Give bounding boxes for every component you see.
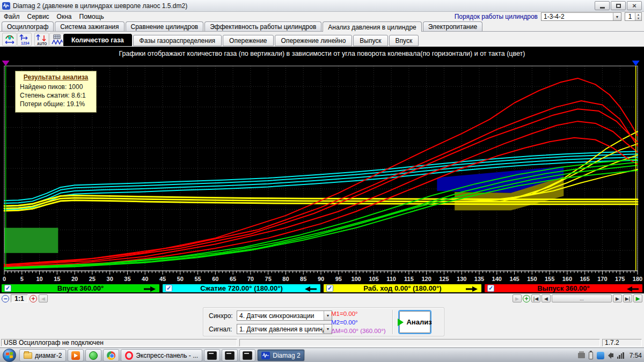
battery-icon[interactable]: [589, 352, 593, 359]
subtab-5[interactable]: Впуск: [389, 35, 419, 46]
tab-1[interactable]: Система зажигания: [55, 21, 124, 31]
go-last-button[interactable]: ▶|: [623, 294, 632, 302]
zoom-in-button[interactable]: +: [30, 295, 37, 302]
stroke-checkbox-3[interactable]: ✓: [487, 285, 494, 292]
cylinder-spinner[interactable]: 1 ▲▼: [625, 12, 642, 21]
go-next-button[interactable]: ▶: [613, 294, 622, 302]
menu-item-0[interactable]: Файл: [0, 12, 24, 21]
firing-order-select[interactable]: 1-3-4-2 ▼: [541, 12, 621, 21]
marker-delta-value: ΔM=0.00° (360.00°): [331, 328, 386, 334]
tab-0[interactable]: Осциллограф: [2, 21, 54, 31]
subtab-2[interactable]: Опережение: [223, 35, 273, 46]
status-bar: USB Осциллограф не подключен 1.7.2: [0, 338, 644, 348]
taskbar-task-dark-5[interactable]: [204, 349, 220, 361]
results-line-2: Потери общие: 19.1%: [20, 100, 92, 108]
tab-5[interactable]: Электропитание: [423, 21, 482, 31]
task-label: Diamag 2: [273, 352, 300, 359]
pages-button[interactable]: ...: [552, 294, 612, 302]
x-tick-label: 80: [282, 276, 289, 282]
dark-icon: [225, 351, 235, 360]
x-tick-label: 135: [474, 276, 484, 282]
stroke-label-0: Впуск 360.00°: [57, 284, 104, 292]
stroke-button-0[interactable]: ✓Впуск 360.00°: [1, 283, 160, 293]
network-signal-icon[interactable]: [617, 352, 624, 359]
fit-waveform-icon[interactable]: [2, 33, 17, 46]
analyze-button[interactable]: Анализ: [398, 310, 431, 334]
restore-button[interactable]: [611, 1, 626, 10]
x-tick-label: 65: [230, 276, 236, 282]
auto-markers-icon[interactable]: AUTO: [34, 33, 49, 46]
svg-text:1234: 1234: [21, 41, 30, 45]
signal-groupbox: Синхро: Сигнал: 4. Датчик синхронизации …: [203, 307, 444, 336]
menu-bar: ФайлСервисОкнаПомощь Порядок работы цили…: [0, 12, 644, 21]
stroke-checkbox-0[interactable]: ✓: [4, 285, 11, 292]
scrollbar-row: − 1:1 + ◀ ▶+|◀◀...▶▶|▶: [0, 293, 644, 303]
x-tick-label: 155: [545, 276, 554, 282]
peaks-table-icon[interactable]: [49, 33, 64, 46]
minimize-button[interactable]: [595, 1, 610, 10]
subtab-0[interactable]: Количество газа: [63, 34, 132, 46]
status-spacer: [239, 339, 600, 346]
chevron-down-icon: ▼: [324, 324, 332, 334]
x-tick-label: 85: [300, 276, 306, 282]
x-tick-label: 90: [318, 276, 324, 282]
play-icon: [398, 319, 404, 326]
speaker-icon[interactable]: [608, 352, 613, 359]
results-line-1: Степень сжатия: 8.6:1: [20, 91, 92, 100]
stroke-button-2[interactable]: ✓Раб. ход 0.00° (180.00°): [323, 283, 482, 293]
taskbar-task-dark-6[interactable]: [222, 349, 238, 361]
close-button[interactable]: ×: [627, 1, 642, 10]
folder-icon: [24, 352, 32, 359]
x-tick-label: 35: [124, 276, 130, 282]
taskbar-task-diamag-2[interactable]: Diamag 2: [257, 349, 304, 361]
x-tick-label: 5: [20, 276, 24, 282]
taskbar-task-green-2[interactable]: [85, 349, 101, 361]
zoom-reset-button[interactable]: +: [523, 295, 530, 302]
windows-flag-icon: [6, 352, 13, 358]
x-tick-label: 130: [457, 276, 466, 282]
x-tick-label: 40: [142, 276, 148, 282]
taskbar-task-экспресс-панель-[interactable]: Экспресс-панель - ...: [121, 349, 202, 361]
taskbar-task-media-1[interactable]: [68, 349, 84, 361]
stroke-button-1[interactable]: ✓Сжатие 720.00° (180.00°): [162, 283, 321, 293]
arrow-left-icon: [626, 286, 639, 294]
signal-label: Сигнал:: [209, 326, 232, 333]
tab-4[interactable]: Анализ давления в цилиндре: [323, 21, 421, 32]
taskbar-task-chrome-3[interactable]: [103, 349, 119, 361]
taskbar-task-диамаг-2[interactable]: диамаг-2: [19, 349, 66, 361]
stroke-checkbox-1[interactable]: ✓: [165, 285, 172, 292]
stroke-button-3[interactable]: ✓Выпуск 360.00°: [484, 283, 643, 293]
sync-select[interactable]: 4. Датчик синхронизации ▼: [237, 311, 332, 321]
x-tick-label: 175: [615, 276, 625, 282]
start-button[interactable]: [3, 349, 16, 362]
stroke-checkbox-2[interactable]: ✓: [326, 285, 333, 292]
go-first-button[interactable]: |◀: [531, 294, 540, 302]
chart-area[interactable]: 0510152025303540455055606570758085909510…: [0, 60, 644, 283]
subtab-1[interactable]: Фазы газораспределения: [133, 35, 222, 46]
subtab-3[interactable]: Опережение линейно: [275, 35, 353, 46]
status-message: USB Осциллограф не подключен: [1, 339, 237, 346]
messenger-icon[interactable]: [597, 352, 604, 359]
title-bar: Diamag 2 (давление в цилиндрах шевроле л…: [0, 0, 644, 12]
menu-item-3[interactable]: Помощь: [76, 12, 108, 21]
menu-item-2[interactable]: Окна: [53, 12, 76, 21]
tab-3[interactable]: Эффективность работы цилиндров: [204, 21, 321, 31]
signal-select[interactable]: 1. Датчик давления в цилиндре ▼: [237, 324, 332, 334]
scroll-right-button[interactable]: ▶: [513, 294, 522, 302]
pressure-analysis-plot[interactable]: 0510152025303540455055606570758085909510…: [0, 60, 644, 283]
x-tick-label: 105: [369, 276, 378, 282]
printer-icon[interactable]: [578, 353, 585, 358]
menu-item-1[interactable]: Сервис: [24, 12, 53, 21]
arrow-right-icon: [465, 286, 478, 294]
tab-2[interactable]: Сравнение цилиндров: [126, 21, 204, 31]
zoom-out-button[interactable]: −: [2, 295, 9, 302]
markers-1234-icon[interactable]: 1234: [17, 33, 32, 46]
chevron-down-icon: ▼: [324, 311, 332, 320]
spinner-arrows-icon[interactable]: ▲▼: [635, 13, 641, 20]
scroll-left-button[interactable]: ◀: [39, 294, 48, 302]
taskbar-task-dark-7[interactable]: [239, 349, 255, 361]
go-prev-button[interactable]: ◀: [541, 294, 551, 302]
dark-icon: [207, 351, 217, 360]
play-button[interactable]: ▶: [633, 294, 642, 302]
subtab-4[interactable]: Выпуск: [353, 35, 387, 46]
